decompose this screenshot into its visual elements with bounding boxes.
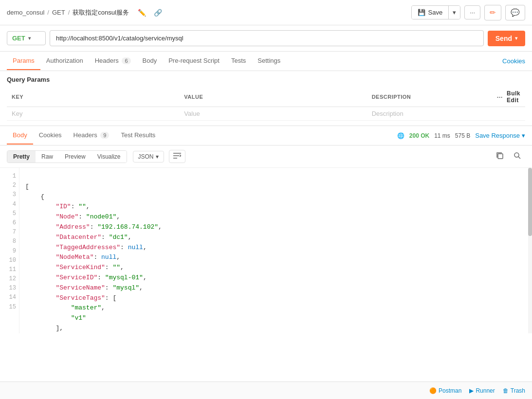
tab-settings[interactable]: Settings [252, 52, 286, 70]
resp-headers-badge: 9 [100, 132, 109, 139]
trash-label: Trash [511, 387, 525, 394]
trash-icon: 🗑 [503, 387, 509, 394]
breadcrumb-sep1: / [47, 9, 49, 16]
line-num-8: 8 [5, 237, 16, 246]
resp-tab-cookies[interactable]: Cookies [33, 127, 68, 145]
save-icon: 💾 [418, 9, 425, 16]
json-line-9: "ServiceKind": "", [25, 264, 124, 271]
breadcrumb-project: demo_consul [7, 9, 44, 16]
resp-tab-test-results[interactable]: Test Results [115, 127, 161, 145]
save-response-label: Save Response [475, 132, 520, 139]
value-placeholder[interactable]: Value [184, 110, 200, 117]
bottom-bar: 🟠 Postman ▶ Runner 🗑 Trash [0, 381, 532, 399]
link-icon-btn[interactable]: 🔗 [152, 8, 164, 18]
runner-link[interactable]: ▶ Runner [469, 387, 495, 394]
save-dropdown-btn[interactable]: ▾ [448, 6, 460, 19]
breadcrumb: demo_consul / GET / 获取指定consul服务 ✏️ 🔗 [7, 8, 164, 18]
format-select[interactable]: JSON ▾ [133, 151, 164, 163]
save-button[interactable]: 💾 Save [412, 6, 449, 19]
save-btn-group: 💾 Save ▾ [411, 5, 461, 19]
save-label: Save [428, 9, 443, 16]
response-section: Body Cookies Headers 9 Test Results 🌐 20… [0, 126, 532, 381]
resp-tab-body[interactable]: Body [7, 127, 33, 145]
search-btn[interactable] [510, 149, 525, 163]
trash-link[interactable]: 🗑 Trash [503, 387, 525, 394]
globe-icon: 🌐 [397, 132, 404, 139]
view-tab-pretty[interactable]: Pretty [7, 151, 36, 163]
main-container: demo_consul / GET / 获取指定consul服务 ✏️ 🔗 💾 … [0, 0, 532, 399]
send-button[interactable]: Send ▾ [488, 31, 525, 46]
method-select[interactable]: GET ▾ [7, 31, 46, 45]
send-dropdown-icon: ▾ [515, 36, 517, 41]
col-actions-dots: ··· [497, 93, 503, 101]
params-table: KEY VALUE DESCRIPTION ··· Bulk Edit Key … [7, 87, 525, 121]
json-line-5: "Address": "192.168.74.102", [25, 223, 162, 231]
json-line-6: "Datacenter": "dc1", [25, 234, 131, 241]
runner-icon: ▶ [469, 387, 474, 394]
tab-params[interactable]: Params [7, 52, 40, 70]
line-num-2: 2 [5, 181, 16, 190]
top-actions: 💾 Save ▾ ··· ✏ 💬 [411, 5, 525, 20]
filter-icon [173, 152, 181, 159]
more-options-btn[interactable]: ··· [464, 5, 480, 19]
svg-rect-3 [498, 154, 503, 159]
json-line-1: [ [25, 183, 29, 190]
response-time: 11 ms [434, 132, 450, 139]
view-tabs: Pretty Raw Preview Visualize [7, 150, 127, 163]
json-line-15: ], [25, 325, 63, 332]
save-response-btn[interactable]: Save Response ▾ [475, 132, 525, 139]
svg-line-5 [518, 157, 520, 159]
resp-tab-headers[interactable]: Headers 9 [68, 127, 115, 145]
edit-icon-btn[interactable]: ✏️ [136, 8, 148, 18]
headers-badge: 6 [122, 57, 130, 64]
tab-authorization[interactable]: Authorization [40, 52, 89, 70]
tab-tests[interactable]: Tests [225, 52, 252, 70]
pencil-icon-btn[interactable]: ✏ [484, 5, 501, 20]
code-content: [ { "ID": "", "Node": "node01", "Address… [19, 168, 532, 333]
line-num-12: 12 [5, 274, 16, 284]
json-line-12: "ServiceTags": [ [25, 294, 116, 302]
cookies-link[interactable]: Cookies [502, 57, 525, 65]
top-bar: demo_consul / GET / 获取指定consul服务 ✏️ 🔗 💾 … [0, 0, 532, 25]
view-tab-visualize[interactable]: Visualize [92, 151, 127, 163]
key-placeholder[interactable]: Key [12, 110, 22, 117]
line-num-7: 7 [5, 228, 16, 237]
tab-body[interactable]: Body [137, 52, 163, 70]
desc-placeholder[interactable]: Description [372, 110, 404, 117]
scrollbar-track [528, 168, 532, 333]
json-line-14: "v1" [25, 314, 86, 322]
query-params-title: Query Params [7, 76, 525, 83]
json-line-2: { [25, 193, 44, 200]
json-line-3: "ID": "", [25, 203, 90, 210]
response-tabs: Body Cookies Headers 9 Test Results [7, 127, 161, 145]
line-num-13: 13 [5, 284, 16, 293]
breadcrumb-method: GET [52, 9, 65, 16]
postman-icon: 🟠 [429, 387, 437, 394]
svg-point-4 [514, 153, 519, 157]
filter-btn[interactable] [169, 150, 185, 163]
url-bar: GET ▾ Send ▾ [0, 25, 532, 52]
method-chevron-icon: ▾ [28, 36, 31, 41]
url-input[interactable] [50, 30, 484, 46]
line-num-5: 5 [5, 209, 16, 218]
line-num-9: 9 [5, 247, 16, 256]
col-value-header: VALUE [179, 87, 367, 107]
json-line-13: "master", [25, 304, 105, 311]
view-tab-raw[interactable]: Raw [36, 151, 59, 163]
format-label: JSON [138, 153, 154, 160]
line-num-15: 15 [5, 303, 16, 312]
tab-prerequest[interactable]: Pre-request Script [163, 52, 225, 70]
postman-link[interactable]: 🟠 Postman [429, 387, 461, 394]
view-tab-preview[interactable]: Preview [59, 151, 92, 163]
line-num-10: 10 [5, 256, 16, 265]
tab-headers[interactable]: Headers 6 [89, 52, 137, 70]
request-tabs: Params Authorization Headers 6 Body Pre-… [0, 52, 532, 71]
breadcrumb-sep2: / [68, 9, 70, 16]
line-num-1: 1 [5, 172, 16, 181]
copy-btn[interactable] [492, 149, 508, 163]
runner-label: Runner [476, 387, 495, 394]
save-response-chevron: ▾ [522, 132, 525, 139]
json-line-11: "ServiceName": "mysql", [25, 284, 143, 291]
bulk-edit-btn[interactable]: Bulk Edit [507, 90, 520, 104]
comment-icon-btn[interactable]: 💬 [505, 5, 525, 20]
